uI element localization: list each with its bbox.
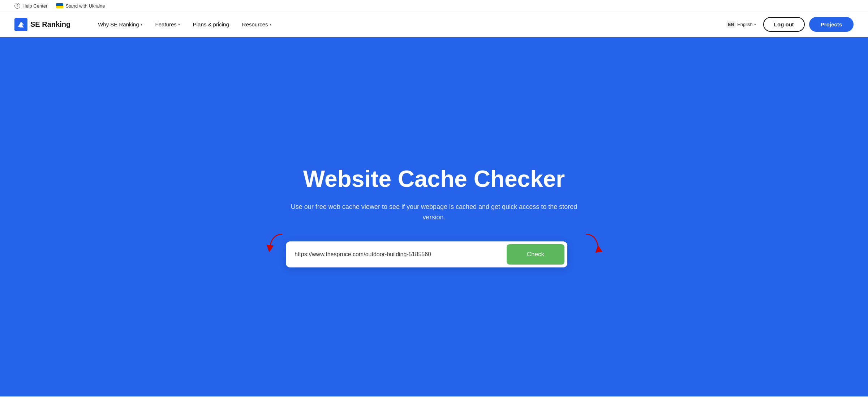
- projects-button[interactable]: Projects: [809, 17, 854, 32]
- ukraine-flag-icon: [56, 3, 63, 8]
- logo-icon: [14, 18, 27, 31]
- logo[interactable]: SE Ranking: [14, 18, 70, 31]
- nav-resources[interactable]: Resources ▾: [236, 18, 277, 30]
- nav-plans-pricing-label: Plans & pricing: [193, 21, 229, 27]
- hero-title: Website Cache Checker: [303, 166, 565, 192]
- check-button[interactable]: Check: [507, 244, 564, 265]
- nav-actions: EN English ▾ Log out Projects: [723, 17, 854, 32]
- url-input[interactable]: [295, 248, 507, 261]
- arrow-right-icon: [579, 231, 611, 259]
- ukraine-label: Stand with Ukraine: [65, 3, 105, 9]
- nav-links: Why SE Ranking ▾ Features ▾ Plans & pric…: [92, 18, 723, 30]
- lang-name: English: [737, 22, 753, 27]
- lang-chevron-icon: ▾: [754, 22, 756, 26]
- logo-text: SE Ranking: [30, 20, 70, 29]
- nav-resources-label: Resources: [242, 21, 268, 27]
- lang-code: EN: [726, 21, 736, 28]
- nav-features[interactable]: Features ▾: [150, 18, 186, 30]
- logout-button[interactable]: Log out: [763, 17, 805, 32]
- nav-why-se-ranking-label: Why SE Ranking: [98, 21, 139, 27]
- nav-plans-pricing[interactable]: Plans & pricing: [187, 18, 235, 30]
- arrow-left-icon: [257, 231, 289, 259]
- hero-section: Website Cache Checker Use our free web c…: [0, 37, 868, 396]
- navbar: SE Ranking Why SE Ranking ▾ Features ▾ P…: [0, 12, 868, 37]
- ukraine-link[interactable]: Stand with Ukraine: [56, 3, 105, 9]
- hero-subtitle: Use our free web cache viewer to see if …: [289, 202, 579, 223]
- nav-features-label: Features: [155, 21, 177, 27]
- language-selector[interactable]: EN English ▾: [723, 20, 759, 29]
- help-center-label: Help Center: [22, 3, 47, 9]
- help-icon: ?: [14, 3, 20, 9]
- chevron-down-icon: ▾: [141, 22, 142, 26]
- top-bar: ? Help Center Stand with Ukraine: [0, 0, 868, 12]
- nav-why-se-ranking[interactable]: Why SE Ranking ▾: [92, 18, 148, 30]
- search-wrapper: Check: [286, 241, 582, 267]
- chevron-down-icon: ▾: [270, 22, 271, 26]
- chevron-down-icon: ▾: [178, 22, 180, 26]
- search-container: Check: [286, 241, 567, 267]
- help-center-link[interactable]: ? Help Center: [14, 3, 47, 9]
